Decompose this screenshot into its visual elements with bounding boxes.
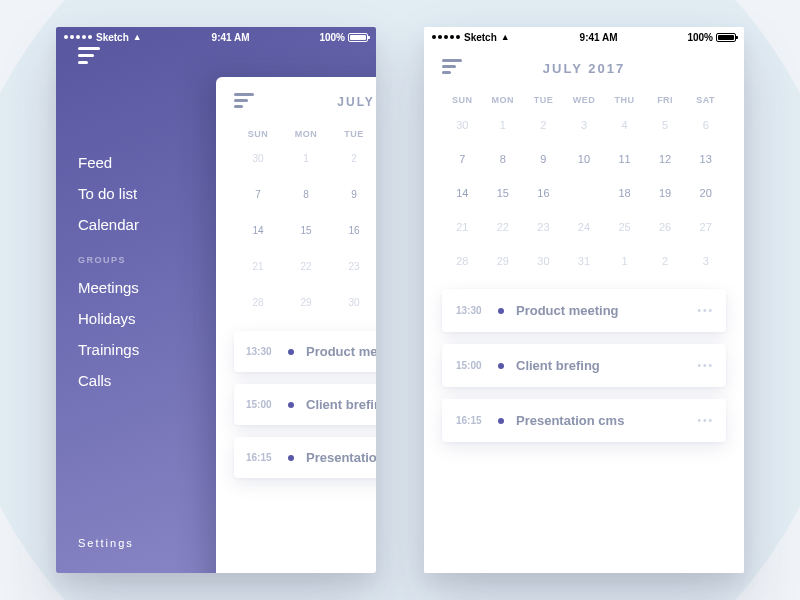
weekday-label: WED [564,95,605,105]
nav-item-feed[interactable]: Feed [78,154,216,171]
group-item-calls[interactable]: Calls [78,372,216,389]
day-cell[interactable]: 30 [442,115,483,135]
group-item-holidays[interactable]: Holidays [78,310,216,327]
weekday-label: SAT [685,95,726,105]
day-cell[interactable]: 2 [330,149,376,169]
more-icon[interactable]: ••• [697,415,714,426]
event-time: 16:15 [456,415,486,426]
event-card[interactable]: 16:15Presentation cms [234,437,376,478]
weekday-label: MON [282,129,330,139]
day-cell[interactable]: 15 [483,183,524,203]
day-cell[interactable]: 25 [604,217,645,237]
day-cell[interactable]: 23 [330,257,376,277]
day-cell[interactable]: 31 [564,251,605,271]
event-card[interactable]: 15:00Client brefing••• [442,344,726,387]
day-cell[interactable]: 12 [645,149,686,169]
more-icon[interactable]: ••• [697,360,714,371]
carrier-label: Sketch [464,32,497,43]
day-cell[interactable]: 10 [564,149,605,169]
day-cell[interactable]: 16 [523,183,564,203]
day-cell[interactable]: 22 [483,217,524,237]
battery-icon [716,33,736,42]
day-cell[interactable]: 23 [523,217,564,237]
day-cell[interactable]: 29 [483,251,524,271]
day-cell[interactable]: 11 [604,149,645,169]
groups-heading: GROUPS [78,255,216,265]
event-title: Client brefing [516,358,600,373]
day-cell[interactable]: 3 [685,251,726,271]
event-dot-icon [288,455,294,461]
event-card[interactable]: 15:00Client brefing [234,384,376,425]
day-cell[interactable]: 30 [523,251,564,271]
event-dot-icon [498,418,504,424]
day-cell[interactable]: 29 [282,293,330,313]
calendar-card-shifted: JULY 2017 SUNMONTUEWED 30123789101415161… [216,77,376,573]
day-cell[interactable]: 4 [604,115,645,135]
nav-item-to-do-list[interactable]: To do list [78,185,216,202]
day-cell[interactable]: 1 [282,149,330,169]
event-card[interactable]: 13:30Product meeting••• [442,289,726,332]
clock: 9:41 AM [580,32,618,43]
day-cell[interactable]: 14 [442,183,483,203]
status-bar: Sketch ▲ 9:41 AM 100% [424,27,744,47]
day-cell[interactable]: 15 [282,221,330,241]
day-cell[interactable]: 16 [330,221,376,241]
day-cell[interactable]: 5 [645,115,686,135]
day-cell[interactable]: 30 [234,149,282,169]
more-icon[interactable]: ••• [697,305,714,316]
day-cell[interactable]: 8 [483,149,524,169]
phone-calendar: Sketch ▲ 9:41 AM 100% JULY 2017 SUNMONTU… [424,27,744,573]
day-cell[interactable]: 17 [564,183,605,203]
calendar-grid: 3012345678910111213141516171819202122232… [442,115,726,271]
day-cell[interactable]: 1 [604,251,645,271]
day-cell[interactable]: 28 [442,251,483,271]
day-cell[interactable]: 28 [234,293,282,313]
drawer: FeedTo do listCalendar GROUPS MeetingsHo… [56,27,216,573]
day-cell[interactable]: 1 [483,115,524,135]
event-time: 13:30 [456,305,486,316]
day-cell[interactable]: 3 [564,115,605,135]
day-cell[interactable]: 27 [685,217,726,237]
day-cell[interactable]: 7 [234,185,282,205]
calendar-panel: JULY 2017 SUNMONTUEWEDTHUFRISAT 30123456… [424,47,744,573]
menu-icon[interactable] [234,93,254,111]
event-dot-icon [288,402,294,408]
settings-link[interactable]: Settings [78,537,134,549]
group-item-trainings[interactable]: Trainings [78,341,216,358]
weekday-label: FRI [645,95,686,105]
day-cell[interactable]: 14 [234,221,282,241]
event-time: 16:15 [246,452,276,463]
wifi-icon: ▲ [501,32,510,42]
day-cell[interactable]: 18 [604,183,645,203]
event-dot-icon [498,363,504,369]
day-cell[interactable]: 30 [330,293,376,313]
day-cell[interactable]: 20 [685,183,726,203]
day-cell[interactable]: 19 [645,183,686,203]
day-cell[interactable]: 13 [685,149,726,169]
day-cell[interactable]: 6 [685,115,726,135]
weekday-row: SUNMONTUEWEDTHUFRISAT [442,95,726,105]
group-item-meetings[interactable]: Meetings [78,279,216,296]
battery-pct: 100% [319,32,345,43]
day-cell[interactable]: 22 [282,257,330,277]
event-card[interactable]: 16:15Presentation cms••• [442,399,726,442]
menu-icon[interactable] [442,59,462,77]
day-cell[interactable]: 2 [645,251,686,271]
weekday-label: SUN [442,95,483,105]
day-cell[interactable]: 21 [234,257,282,277]
day-cell[interactable]: 7 [442,149,483,169]
event-title: Presentation cms [306,450,376,465]
day-cell[interactable]: 8 [282,185,330,205]
day-cell[interactable]: 26 [645,217,686,237]
day-cell[interactable]: 24 [564,217,605,237]
menu-icon[interactable] [78,47,100,64]
nav-item-calendar[interactable]: Calendar [78,216,216,233]
day-cell[interactable]: 21 [442,217,483,237]
clock: 9:41 AM [212,32,250,43]
day-cell[interactable]: 9 [523,149,564,169]
day-cell[interactable]: 2 [523,115,564,135]
event-card[interactable]: 13:30Product meeting [234,331,376,372]
event-time: 13:30 [246,346,276,357]
day-cell[interactable]: 9 [330,185,376,205]
event-title: Client brefing [306,397,376,412]
